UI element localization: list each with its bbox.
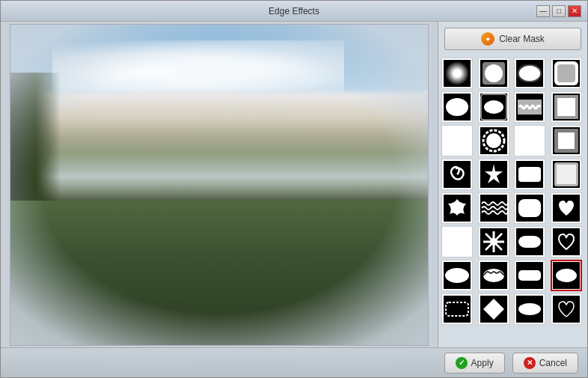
svg-rect-54	[518, 236, 541, 248]
cancel-label: Cancel	[539, 358, 567, 368]
svg-rect-27	[516, 127, 543, 154]
mask-item[interactable]	[478, 293, 509, 325]
mask-item[interactable]	[514, 293, 545, 325]
mask-item[interactable]	[514, 125, 545, 156]
apply-button[interactable]: ✓ Apply	[444, 353, 505, 374]
svg-rect-18	[518, 100, 542, 115]
apply-label: Apply	[471, 358, 494, 368]
mask-item[interactable]	[478, 260, 509, 291]
cancel-button[interactable]: ✕ Cancel	[512, 353, 578, 374]
svg-rect-70	[553, 296, 580, 323]
svg-rect-42	[480, 195, 507, 222]
svg-rect-44	[518, 199, 541, 217]
mask-item[interactable]	[514, 159, 545, 190]
masks-grid	[441, 58, 584, 325]
main-content: ✦ Clear Mask	[1, 22, 587, 347]
right-panel: ✦ Clear Mask	[438, 22, 587, 347]
svg-rect-55	[553, 228, 580, 255]
mask-item[interactable]	[551, 159, 582, 190]
edge-effect-overlay	[10, 25, 428, 345]
minimize-button[interactable]: —	[536, 5, 550, 17]
mask-item[interactable]	[441, 159, 473, 190]
window-controls: — □ ✕	[536, 5, 581, 17]
svg-rect-36	[518, 167, 541, 182]
svg-rect-11	[557, 64, 575, 82]
cancel-icon: ✕	[524, 357, 536, 369]
svg-point-69	[518, 303, 541, 315]
svg-point-8	[519, 66, 540, 81]
svg-point-59	[483, 269, 504, 282]
mask-item[interactable]	[441, 293, 473, 325]
footer: ✓ Apply ✕ Cancel	[1, 347, 587, 377]
svg-rect-46	[444, 228, 471, 255]
mask-item[interactable]	[478, 125, 509, 156]
mask-item[interactable]	[514, 58, 545, 89]
svg-point-13	[446, 98, 468, 116]
svg-point-52	[490, 238, 497, 246]
mask-item[interactable]	[514, 192, 545, 224]
svg-rect-64	[444, 296, 471, 323]
mask-item[interactable]	[551, 58, 582, 89]
clear-mask-icon: ✦	[481, 32, 494, 46]
mask-item-selected[interactable]	[551, 260, 582, 291]
mask-item[interactable]	[441, 125, 473, 156]
mask-item[interactable]	[441, 91, 473, 123]
mountain-image	[10, 25, 428, 345]
svg-point-63	[556, 269, 577, 282]
title-bar: Edge Effects — □ ✕	[1, 1, 587, 22]
mask-item[interactable]	[478, 91, 509, 123]
svg-rect-31	[558, 132, 575, 149]
mask-item[interactable]	[514, 260, 545, 291]
mask-item[interactable]	[478, 58, 509, 89]
close-button[interactable]: ✕	[568, 5, 581, 17]
mask-item[interactable]	[514, 226, 545, 257]
svg-point-15	[484, 100, 503, 114]
mask-item[interactable]	[478, 159, 509, 190]
edge-effects-window: Edge Effects — □ ✕	[0, 0, 588, 378]
masks-grid-container[interactable]	[438, 56, 587, 347]
mask-item[interactable]	[551, 293, 582, 325]
mask-item[interactable]	[441, 226, 473, 257]
window-title: Edge Effects	[52, 6, 536, 16]
preview-canvas	[10, 24, 429, 346]
mask-item[interactable]	[441, 58, 473, 89]
mask-item[interactable]	[551, 226, 582, 257]
svg-rect-22	[557, 98, 575, 116]
mask-item[interactable]	[478, 226, 509, 257]
svg-point-57	[445, 268, 469, 283]
mask-item[interactable]	[441, 192, 473, 224]
svg-rect-61	[518, 270, 541, 281]
svg-rect-23	[444, 127, 471, 154]
mask-item[interactable]	[551, 125, 582, 156]
mask-item[interactable]	[551, 192, 582, 224]
apply-icon: ✓	[456, 357, 468, 369]
mask-item[interactable]	[551, 91, 582, 123]
maximize-button[interactable]: □	[552, 5, 566, 17]
clear-mask-label: Clear Mask	[499, 34, 545, 44]
clear-mask-button[interactable]: ✦ Clear Mask	[444, 28, 581, 50]
preview-area	[1, 22, 438, 347]
svg-point-5	[485, 64, 503, 82]
mask-item[interactable]	[514, 91, 545, 123]
svg-point-1	[445, 61, 469, 85]
svg-rect-40	[557, 165, 576, 184]
svg-point-26	[486, 133, 501, 148]
mask-item[interactable]	[478, 192, 509, 224]
mask-item[interactable]	[441, 260, 473, 291]
